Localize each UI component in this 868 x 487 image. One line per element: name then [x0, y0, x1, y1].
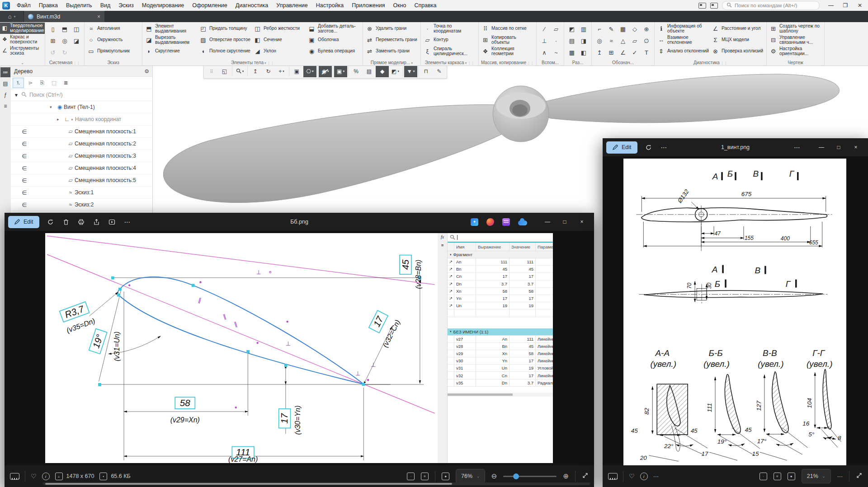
- more-zoom-options-icon[interactable]: ⋯: [837, 473, 843, 480]
- ocr-text-icon[interactable]: ≡: [421, 473, 429, 480]
- aux-plane-icon[interactable]: ▱: [550, 23, 562, 35]
- zoom-in-icon[interactable]: ⊕: [563, 472, 569, 480]
- tree-item-sketch-2[interactable]: ∈≈Эскиз:2: [11, 199, 152, 211]
- shell-button[interactable]: ▣Оболочка: [307, 34, 361, 46]
- trim-icon[interactable]: ◧: [578, 47, 590, 58]
- table-row[interactable]: ↗Bn4545: [448, 266, 553, 273]
- text-tool-icon[interactable]: T: [641, 47, 652, 58]
- menu-view[interactable]: Вид: [96, 2, 115, 9]
- menu-applications[interactable]: Приложения: [348, 2, 389, 9]
- share-icon[interactable]: [93, 219, 101, 225]
- panel-menu-icon[interactable]: ≡: [441, 243, 444, 248]
- menu-management[interactable]: Управление: [272, 2, 312, 9]
- table-horizontal-scrollbar[interactable]: [448, 393, 553, 397]
- open-folder-icon[interactable]: ⬒: [59, 23, 71, 35]
- menu-settings[interactable]: Настройка: [312, 2, 348, 9]
- annotation-icon-10[interactable]: ∅: [641, 35, 652, 47]
- menu-help[interactable]: Справка: [410, 2, 441, 9]
- annotation-icon-7[interactable]: ≈: [605, 35, 617, 47]
- second-screen-icon[interactable]: [710, 3, 718, 9]
- fx-panel-icon[interactable]: fx: [441, 234, 444, 239]
- move-view-icon[interactable]: +▾: [275, 66, 288, 77]
- divide-icon[interactable]: ▦: [566, 47, 578, 58]
- zoom-slider-knob[interactable]: [513, 473, 519, 479]
- edit-button[interactable]: Edit: [8, 216, 39, 228]
- zoom-level-dropdown[interactable]: 76%⌄: [456, 469, 485, 483]
- aux-spline-icon[interactable]: ~: [550, 47, 562, 58]
- menu-layout[interactable]: Оформление: [188, 2, 231, 9]
- tree-dock-icon[interactable]: ≔: [0, 67, 10, 77]
- region-icon[interactable]: ◨: [578, 35, 590, 47]
- grid-pattern-button[interactable]: ⠿Массив по сетке: [481, 23, 534, 34]
- drag-handle-icon[interactable]: ⋮⋮: [467, 61, 474, 65]
- capture-camera-icon[interactable]: ▣▾: [334, 66, 347, 77]
- rotate-view-icon[interactable]: ↻: [262, 66, 275, 77]
- tree-copy-icon[interactable]: ⎘: [37, 78, 47, 88]
- boolean-button[interactable]: ◉Булева операция: [307, 46, 361, 57]
- print-icon[interactable]: ⊞: [47, 35, 59, 47]
- fullscreen-icon[interactable]: [856, 472, 863, 480]
- print-icon[interactable]: [77, 219, 85, 225]
- table-row[interactable]: v28Bn45Линейный: [448, 343, 553, 350]
- table-row[interactable]: ↗Yn1717: [448, 295, 553, 302]
- fit-to-window-icon[interactable]: ●: [442, 473, 449, 480]
- cylindrical-spiral-button[interactable]: ξСпираль цилиндрическ...: [423, 46, 476, 57]
- sheet-icon[interactable]: ▤: [363, 66, 376, 77]
- hide-objects-icon[interactable]: ◉▾: [319, 66, 332, 77]
- filter-funnel-icon[interactable]: ▼▾: [404, 66, 417, 77]
- control-point-icon[interactable]: ∙: [550, 35, 562, 47]
- menu-file[interactable]: Файл: [13, 2, 35, 9]
- split-face-icon[interactable]: ▥: [578, 23, 590, 35]
- horizontal-scrollbar[interactable]: [43, 482, 590, 485]
- expander-icon[interactable]: ▾: [50, 105, 56, 109]
- zoom-slider[interactable]: [503, 476, 557, 477]
- orientation-settings-button[interactable]: ⚙Настройка ориентации...: [769, 46, 822, 57]
- drag-handle-icon[interactable]: ⋮⋮: [72, 61, 80, 65]
- delete-icon[interactable]: [62, 219, 70, 225]
- thicken-button[interactable]: ◰Придать толщину: [198, 23, 252, 34]
- measure-pen-icon[interactable]: ✎: [433, 66, 446, 77]
- fit-to-window-icon[interactable]: ●: [788, 473, 795, 480]
- variables-search-input[interactable]: [448, 233, 553, 243]
- tree-item-origin[interactable]: ▸∟●Начало координат: [11, 113, 152, 126]
- favorite-icon[interactable]: ♡: [31, 473, 37, 480]
- maximize-button[interactable]: □: [556, 219, 573, 225]
- geometry-collection-button[interactable]: ❖Коллекция геометрии: [481, 46, 534, 57]
- visual-search-icon[interactable]: ∙: [760, 473, 767, 480]
- table-row[interactable]: ↗Un1919: [448, 302, 553, 309]
- photos-titlebar[interactable]: Edit ⋯ Бб.png ✦ — □ ×: [5, 213, 594, 231]
- autoline-button[interactable]: ≈Автолиния: [86, 23, 140, 34]
- solid-modeling-mode[interactable]: ◧Твердотельное моделирование: [0, 23, 45, 34]
- chevron-down-icon[interactable]: ▾: [283, 70, 284, 73]
- contour-button[interactable]: ▱Контур: [423, 34, 476, 46]
- split-line-icon[interactable]: ◩: [566, 23, 578, 35]
- table-row[interactable]: v29Xn58Линейный: [448, 350, 553, 357]
- tree-structure-view-icon[interactable]: ⒈: [13, 78, 24, 88]
- point-by-coords-button[interactable]: ∙Точка по координатам: [423, 23, 476, 34]
- tree-item-offset-plane-3[interactable]: ∈▱Смещенная плоскость:3: [11, 150, 152, 162]
- collapse-ribbon-icon[interactable]: ⌄: [0, 61, 45, 65]
- drag-handle-icon[interactable]: ⋮⋮: [720, 61, 727, 65]
- slideshow-icon[interactable]: [108, 219, 116, 225]
- distance-angle-button[interactable]: ∠Расстояние и угол: [711, 23, 764, 34]
- annotation-icon-4[interactable]: ◇: [629, 23, 641, 35]
- tree-item-offset-plane-2[interactable]: ∈▱Смещенная плоскость:2: [11, 138, 152, 150]
- minimize-button[interactable]: —: [813, 144, 830, 150]
- aux-axis-icon[interactable]: ∕: [538, 23, 550, 35]
- ocr-text-icon[interactable]: ≡: [774, 473, 781, 480]
- appearance-paint-icon[interactable]: ◩▾: [389, 66, 402, 77]
- add-stock-part-button[interactable]: ⬓Добавить деталь-заготов...: [307, 23, 361, 34]
- clipchamp-app-icon[interactable]: [486, 218, 494, 226]
- tree-item-offset-plane-1[interactable]: ∈▱Смещенная плоскость:1: [11, 126, 152, 138]
- object-info-button[interactable]: ℹИнформация об объекте: [656, 23, 710, 34]
- simple-hole-button[interactable]: ▨Отверстие простое: [198, 34, 252, 46]
- home-tab-button[interactable]: ⌂ ▾: [0, 11, 24, 22]
- photos-titlebar[interactable]: Edit ⋯ 1_винт.png ⋯ — □ ×: [603, 138, 868, 156]
- move-faces-button[interactable]: ⇄Переместить грани: [365, 34, 419, 46]
- annotation-icon-3[interactable]: ▦: [617, 23, 629, 35]
- gear-icon[interactable]: ⚙: [144, 68, 149, 75]
- section-button[interactable]: ◧Сечение: [253, 34, 307, 46]
- zoom-tool-icon[interactable]: ▾: [233, 66, 246, 77]
- copy-objects-button[interactable]: ⊞Копировать объекты: [481, 34, 534, 46]
- save-icon[interactable]: ◫: [71, 23, 82, 35]
